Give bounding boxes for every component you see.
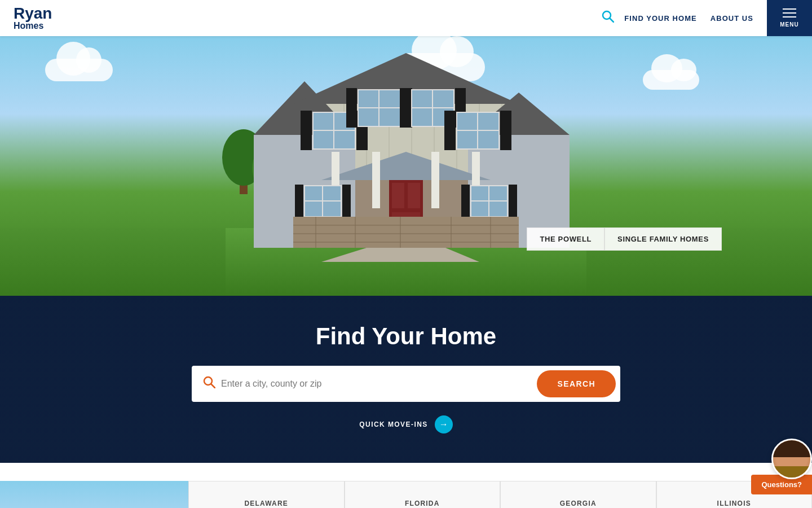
svg-rect-30 bbox=[431, 152, 439, 208]
search-section: Find Your Home SEARCH QUICK MOVE-INS → bbox=[0, 296, 812, 463]
home-type-label[interactable]: SINGLE FAMILY HOMES bbox=[604, 227, 722, 251]
svg-rect-52 bbox=[301, 111, 312, 150]
menu-bar-2 bbox=[783, 12, 796, 14]
menu-button[interactable]: MENU bbox=[767, 0, 812, 36]
chat-widget: Questions? bbox=[751, 439, 812, 494]
menu-bar-1 bbox=[783, 8, 796, 10]
svg-rect-58 bbox=[346, 88, 357, 128]
svg-rect-41 bbox=[342, 185, 351, 218]
states-grid: DELAWARE FLORIDA GEORGIA ILLINOIS bbox=[188, 481, 812, 508]
search-input[interactable] bbox=[221, 379, 531, 389]
svg-rect-64 bbox=[400, 88, 411, 128]
nav-area: FIND YOUR HOME ABOUT US MENU bbox=[602, 0, 812, 36]
svg-rect-33 bbox=[392, 183, 404, 208]
svg-rect-71 bbox=[500, 111, 511, 150]
state-florida[interactable]: FLORIDA bbox=[345, 481, 501, 508]
svg-rect-70 bbox=[444, 111, 456, 150]
chat-avatar-hair bbox=[773, 440, 810, 457]
svg-rect-47 bbox=[509, 185, 517, 218]
hero-section: THE POWELL SINGLE FAMILY HOMES bbox=[0, 36, 812, 296]
states-image-sky bbox=[0, 481, 188, 508]
svg-line-1 bbox=[610, 19, 614, 23]
menu-label: MENU bbox=[780, 21, 798, 28]
logo-text: Ryan Homes bbox=[14, 6, 52, 30]
svg-rect-34 bbox=[408, 183, 420, 208]
chat-button[interactable]: Questions? bbox=[751, 475, 812, 494]
search-icon[interactable] bbox=[602, 10, 614, 26]
grass-left bbox=[0, 228, 226, 296]
search-bar: SEARCH bbox=[192, 366, 620, 402]
cloud-3 bbox=[643, 70, 699, 90]
house-container bbox=[209, 70, 603, 296]
quick-movein-link[interactable]: QUICK MOVE-INS → bbox=[359, 415, 453, 433]
nav-about-us[interactable]: ABOUT US bbox=[710, 14, 753, 23]
nav-find-home[interactable]: FIND YOUR HOME bbox=[624, 14, 696, 23]
state-delaware[interactable]: DELAWARE bbox=[188, 481, 345, 508]
menu-bar-3 bbox=[783, 16, 796, 17]
search-button[interactable]: SEARCH bbox=[537, 370, 616, 397]
home-name-label[interactable]: THE POWELL bbox=[527, 227, 604, 251]
chat-avatar-shirt bbox=[773, 466, 810, 478]
search-title: Find Your Home bbox=[316, 323, 496, 350]
header: Ryan Homes FIND YOUR HOME ABOUT US MENU bbox=[0, 0, 812, 36]
svg-marker-81 bbox=[321, 248, 479, 262]
arrow-right-icon: → bbox=[435, 415, 453, 433]
svg-rect-46 bbox=[461, 185, 470, 218]
svg-line-83 bbox=[211, 384, 215, 388]
search-icon-orange bbox=[203, 376, 215, 392]
svg-rect-72 bbox=[293, 217, 519, 248]
quick-movein-text: QUICK MOVE-INS bbox=[359, 421, 428, 428]
logo[interactable]: Ryan Homes bbox=[14, 6, 52, 30]
svg-rect-40 bbox=[295, 185, 303, 218]
states-image bbox=[0, 481, 188, 508]
state-georgia[interactable]: GEORGIA bbox=[500, 481, 656, 508]
states-section: DELAWARE FLORIDA GEORGIA ILLINOIS bbox=[0, 463, 812, 508]
cloud-1 bbox=[45, 59, 113, 81]
hero-labels: THE POWELL SINGLE FAMILY HOMES bbox=[527, 227, 722, 251]
chat-avatar bbox=[771, 439, 812, 479]
svg-rect-29 bbox=[372, 152, 380, 208]
chat-avatar-face bbox=[773, 440, 810, 478]
